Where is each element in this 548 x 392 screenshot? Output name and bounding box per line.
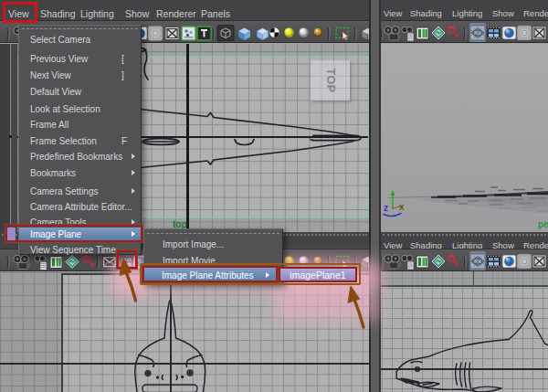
svg-text:z: z (384, 203, 388, 213)
svg-text:x: x (399, 202, 405, 212)
